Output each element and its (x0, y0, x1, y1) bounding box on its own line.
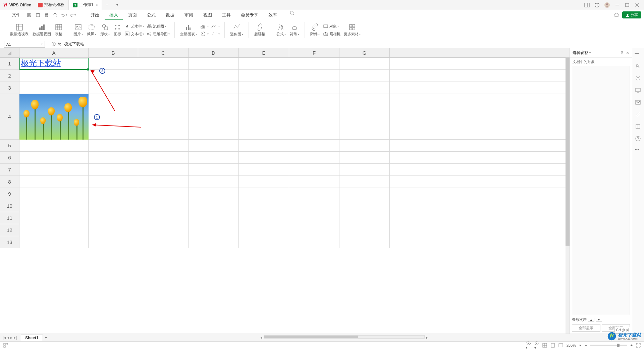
menu-tab-member[interactable]: 会员专享 (236, 10, 263, 20)
fullscreen-icon[interactable] (636, 343, 641, 348)
new-tab-button[interactable]: + (102, 2, 112, 8)
col-header-E[interactable]: E (239, 48, 289, 57)
menu-tab-page[interactable]: 页面 (123, 10, 142, 20)
col-header-D[interactable]: D (189, 48, 239, 57)
view-page-icon[interactable] (550, 343, 555, 348)
cloud-icon[interactable] (613, 12, 620, 18)
flowchart-button[interactable]: 流程图▾ (147, 23, 170, 30)
help-tool-icon[interactable]: ? (635, 136, 642, 142)
print-preview-icon[interactable] (35, 12, 41, 18)
mindmap-button[interactable]: 思维导图▾ (147, 31, 170, 37)
col-header-F[interactable]: F (289, 48, 339, 57)
pivot-chart-button[interactable]: 数据透视图 (31, 22, 53, 38)
sheet-tab-1[interactable]: Sheet1 (21, 335, 43, 341)
menu-tab-start[interactable]: 开始 (86, 10, 104, 20)
col-header-B[interactable]: B (89, 48, 138, 57)
more-resources-button[interactable]: 更多素材▾ (342, 22, 363, 38)
hyperlink-button[interactable]: 超链接 (252, 22, 267, 38)
screenshot-button[interactable]: 截屏▾ (85, 22, 98, 38)
col-header-C[interactable]: C (138, 48, 189, 57)
picture-button[interactable]: 图片▾ (71, 22, 85, 38)
icons-button[interactable]: 图标 (112, 22, 123, 38)
close-button[interactable] (633, 1, 641, 9)
eye-icon[interactable]: ▾ (526, 341, 531, 349)
close-pane-icon[interactable]: ✕ (626, 51, 629, 55)
select-tool-icon[interactable] (635, 63, 642, 70)
order-down-button[interactable]: ▼ (596, 318, 602, 322)
minimize-button[interactable] (613, 1, 621, 9)
pivot-table-button[interactable]: 数据透视表 (8, 22, 31, 38)
row-header-4[interactable]: 4 (0, 94, 19, 139)
settings-wheel-icon[interactable] (635, 75, 642, 82)
line-chart-icon[interactable]: ▾ (211, 23, 220, 30)
table-button[interactable]: 表格 (53, 22, 64, 38)
col-header-A[interactable]: A (19, 48, 89, 57)
row-header-8[interactable]: 8 (0, 176, 19, 188)
attachment-button[interactable]: 附件▾ (308, 22, 322, 38)
help-icon[interactable]: ⓘ (52, 41, 56, 47)
share-button[interactable]: 分享 (622, 11, 641, 18)
menu-tab-data[interactable]: 数据 (161, 10, 179, 20)
select-all-corner[interactable] (0, 48, 19, 57)
fx-icon[interactable]: fx (58, 42, 61, 47)
tab-workbook[interactable]: S 工作簿1 • (69, 0, 102, 10)
save-icon[interactable] (26, 12, 32, 18)
book-icon[interactable] (635, 123, 642, 130)
pane-object-list[interactable] (572, 66, 630, 315)
zoom-slider[interactable] (590, 345, 627, 346)
menu-tab-formula[interactable]: 公式 (142, 10, 160, 20)
view-normal-icon[interactable] (542, 343, 547, 348)
cube-icon[interactable] (593, 1, 601, 9)
sheet-nav-next[interactable]: ▸ (10, 335, 12, 340)
vertical-scrollbar[interactable] (566, 58, 570, 334)
row-header-13[interactable]: 13 (0, 236, 19, 248)
sparkline-button[interactable]: 迷你图▾ (228, 22, 245, 38)
menu-tab-view[interactable]: 视图 (199, 10, 217, 20)
find-icon[interactable] (52, 12, 58, 18)
embedded-image[interactable] (19, 94, 89, 140)
menu-tab-review[interactable]: 审阅 (180, 10, 198, 20)
sidebar-toggle-icon[interactable] (583, 1, 591, 9)
maximize-button[interactable] (623, 1, 631, 9)
undo-icon[interactable]: ▾ (61, 12, 67, 18)
row-header-1[interactable]: 1 (0, 58, 19, 69)
menu-tab-efficiency[interactable]: 效率 (264, 10, 282, 20)
search-icon[interactable] (289, 10, 295, 16)
object-button[interactable]: 对象▾ (323, 23, 340, 30)
file-menu[interactable]: 文件 (10, 12, 22, 18)
camera-button[interactable]: 照相机 (323, 31, 340, 37)
print-icon[interactable] (44, 12, 50, 18)
row-header-3[interactable]: 3 (0, 82, 19, 94)
zoom-out-button[interactable]: − (585, 343, 587, 347)
name-box[interactable]: A1▾ (4, 41, 45, 48)
scatter-chart-icon[interactable]: ▾ (211, 31, 220, 37)
row-header-2[interactable]: 2 (0, 70, 19, 82)
row-header-12[interactable]: 12 (0, 224, 19, 236)
all-charts-button[interactable]: 全部图表▾ (178, 22, 199, 38)
view-reading-icon[interactable] (558, 343, 563, 348)
zoom-label[interactable]: 265% (567, 343, 576, 347)
screen-icon[interactable] (635, 87, 642, 94)
row-header-6[interactable]: 6 (0, 152, 19, 163)
sheet-nav-prev[interactable]: ◂ (7, 335, 9, 340)
hamburger-icon[interactable] (3, 12, 9, 18)
show-all-button[interactable]: 全部显示 (572, 324, 600, 332)
avatar-icon[interactable] (603, 1, 611, 9)
menu-tab-tools[interactable]: 工具 (217, 10, 235, 20)
pie-chart-icon[interactable]: ▾ (200, 31, 209, 37)
order-up-button[interactable]: ▲ (588, 318, 594, 322)
wordart-button[interactable]: A艺术字▾ (124, 23, 144, 30)
shapes-button[interactable]: 形状▾ (98, 22, 112, 38)
row-header-5[interactable]: 5 (0, 140, 19, 151)
pin-icon[interactable] (620, 51, 624, 55)
add-sheet-button[interactable]: + (45, 335, 47, 340)
row-header-10[interactable]: 10 (0, 200, 19, 212)
ruler-icon[interactable] (635, 111, 642, 118)
collapse-panel-icon[interactable]: — (635, 51, 642, 58)
textbox-button[interactable]: A文本框▾ (124, 31, 144, 37)
bar-chart-icon[interactable]: ▾ (200, 23, 209, 30)
horizontal-scrollbar[interactable]: ◂▸ (47, 335, 641, 340)
more-tools-icon[interactable]: ••• (635, 148, 642, 154)
redo-icon[interactable]: ▾ (70, 12, 76, 18)
row-header-7[interactable]: 7 (0, 164, 19, 176)
